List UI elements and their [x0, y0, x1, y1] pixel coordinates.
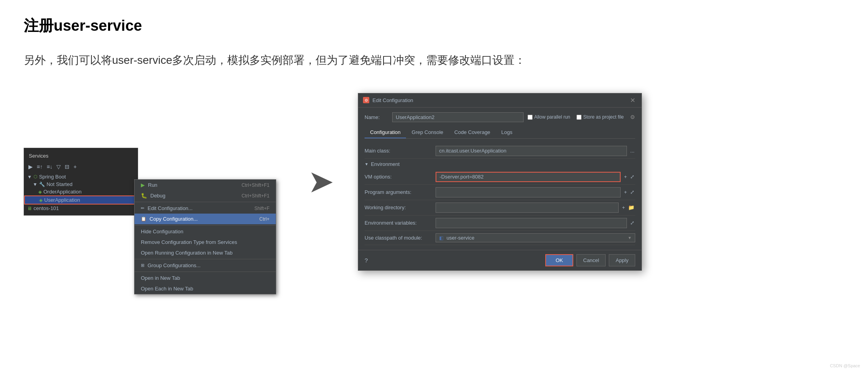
tree-item-springboot[interactable]: ▼ ⬡ Spring Boot [24, 173, 138, 180]
vm-options-add-btn[interactable]: + [623, 174, 628, 180]
menu-item-open-tab[interactable]: Open in New Tab [135, 273, 276, 283]
menu-item-remove[interactable]: Remove Configuration Type from Services [135, 237, 276, 247]
left-panel: Services ▶ ≡↑ ≡↓ ▽ ⊟ + ▼ ⬡ Spring Boot ▼ [24, 148, 284, 216]
environment-label: Environment [371, 161, 400, 167]
vm-options-label: VM options: [365, 174, 436, 180]
vm-options-value: -Dserver.port=8082 [436, 172, 621, 182]
cancel-button[interactable]: Cancel [576, 254, 606, 266]
services-toolbar: ▶ ≡↑ ≡↓ ▽ ⊟ + [24, 162, 138, 171]
edit-config-dialog: ⚙ Edit Configuration ✕ Name: Allow paral… [358, 93, 642, 271]
classpath-label: Use classpath of module: [365, 235, 436, 241]
centos-label: centos-101 [34, 205, 59, 211]
ok-button[interactable]: OK [545, 254, 573, 266]
open-tab-label: Open in New Tab [141, 275, 180, 281]
separator-2 [135, 225, 276, 225]
main-class-value: cn.itcast.user.UserApplication [436, 146, 627, 156]
hide-label: Hide Configuration [141, 229, 183, 234]
expand-icon-notstarted: ▼ [33, 182, 37, 187]
classpath-module-select[interactable]: ◧ user-service ▼ [436, 233, 635, 242]
separator-4 [135, 272, 276, 272]
menu-item-run[interactable]: ▶ Run Ctrl+Shift+F1 [135, 180, 276, 190]
arrow-icon: ➤ [308, 166, 334, 197]
page-description: 另外，我们可以将user-service多次启动，模拟多实例部署，但为了避免端口… [24, 52, 844, 69]
filter-toolbar-btn[interactable]: ▽ [55, 163, 62, 171]
context-menu: ▶ Run Ctrl+Shift+F1 🐛 Debug Ctrl+Shift+F… [134, 179, 276, 294]
dialog-title-text: Edit Configuration [372, 97, 413, 103]
env-vars-expand-btn[interactable]: ⤢ [629, 220, 635, 226]
sort2-toolbar-btn[interactable]: ≡↓ [45, 163, 54, 171]
remove-label: Remove Configuration Type from Services [141, 239, 237, 245]
settings-gear-icon[interactable]: ⚙ [630, 114, 635, 120]
menu-item-open-running[interactable]: Open Running Configuration in New Tab [135, 247, 276, 258]
collapse-toolbar-btn[interactable]: ⊟ [64, 163, 71, 171]
store-project-text: Store as project file [583, 114, 624, 120]
separator-3 [135, 259, 276, 259]
group-label: Group Configurations... [148, 262, 200, 268]
program-args-actions: + ⤢ [623, 189, 635, 195]
menu-item-edit[interactable]: ✏ Edit Configuration... Shift+F [135, 203, 276, 214]
tab-code-coverage[interactable]: Code Coverage [449, 127, 496, 138]
dialog-close-button[interactable]: ✕ [629, 97, 637, 104]
env-vars-row: Environment variables: ⤢ [365, 216, 635, 231]
store-project-checkbox[interactable] [576, 115, 582, 120]
separator-1 [135, 202, 276, 202]
menu-item-hide[interactable]: Hide Configuration [135, 226, 276, 237]
copy-menu-icon: 📋 [141, 216, 146, 221]
footer-buttons: OK Cancel Apply [545, 254, 635, 266]
expand-icon-springboot: ▼ [27, 174, 32, 180]
working-dir-row: Working directory: + 📁 [365, 200, 635, 216]
run-menu-icon: ▶ [141, 182, 145, 188]
sort-toolbar-btn[interactable]: ≡↑ [36, 163, 44, 171]
name-input[interactable] [392, 112, 524, 122]
page-title: 注册user-service [24, 16, 844, 36]
tree-item-centos[interactable]: 🖥 centos-101 [24, 205, 138, 212]
dialog-title-left: ⚙ Edit Configuration [363, 97, 413, 103]
menu-item-open-each[interactable]: Open Each in New Tab [135, 283, 276, 294]
tab-grep-console[interactable]: Grep Console [406, 127, 449, 138]
allow-parallel-text: Allow parallel run [534, 114, 570, 120]
store-project-label[interactable]: Store as project file [576, 114, 624, 120]
env-expand-icon: ▼ [365, 162, 369, 166]
services-panel: Services ▶ ≡↑ ≡↓ ▽ ⊟ + ▼ ⬡ Spring Boot ▼ [24, 148, 138, 216]
menu-item-debug[interactable]: 🐛 Debug Ctrl+Shift+F1 [135, 190, 276, 201]
menu-item-copy[interactable]: 📋 Copy Configuration... Ctrl+ [135, 214, 276, 224]
main-class-browse-btn[interactable]: ... [629, 148, 635, 154]
vm-options-expand-btn[interactable]: ⤢ [629, 174, 635, 180]
open-running-label: Open Running Configuration in New Tab [141, 250, 232, 256]
dialog-tabs: Configuration Grep Console Code Coverage… [365, 127, 635, 139]
tree-item-userapplication[interactable]: ◈ UserApplication [24, 195, 138, 205]
allow-parallel-label[interactable]: Allow parallel run [528, 114, 570, 120]
main-class-label: Main class: [365, 148, 436, 154]
services-header: Services [24, 151, 138, 162]
dialog-checkboxes: Allow parallel run Store as project file… [528, 114, 635, 120]
working-dir-folder-btn[interactable]: 📁 [627, 205, 635, 210]
working-dir-add-btn[interactable]: + [621, 205, 626, 210]
add-toolbar-btn[interactable]: + [72, 163, 78, 171]
vm-options-actions: + ⤢ [623, 174, 635, 180]
classpath-row: Use classpath of module: ◧ user-service … [365, 231, 635, 245]
allow-parallel-checkbox[interactable] [528, 115, 533, 120]
dialog-titlebar: ⚙ Edit Configuration ✕ [358, 93, 642, 108]
config-form: Main class: cn.itcast.user.UserApplicati… [365, 143, 635, 245]
name-row: Name: Allow parallel run Store as projec… [365, 112, 635, 122]
tree-item-orderapplication[interactable]: ◈ OrderApplication [24, 188, 138, 195]
environment-section[interactable]: ▼ Environment [365, 159, 635, 169]
main-class-row: Main class: cn.itcast.user.UserApplicati… [365, 143, 635, 159]
menu-item-group[interactable]: ⊞ Group Configurations... [135, 260, 276, 271]
debug-label: Debug [150, 193, 165, 199]
vm-options-row: VM options: -Dserver.port=8082 + ⤢ [365, 169, 635, 185]
help-button[interactable]: ? [365, 257, 368, 264]
dialog-footer: ? OK Cancel Apply [358, 250, 642, 270]
notstarted-label: Not Started [47, 181, 73, 187]
apply-button[interactable]: Apply [609, 254, 635, 266]
orderapplication-label: OrderApplication [43, 189, 82, 195]
run-toolbar-btn[interactable]: ▶ [27, 163, 34, 171]
tab-logs[interactable]: Logs [496, 127, 518, 138]
program-args-expand-btn[interactable]: ⤢ [629, 189, 635, 195]
env-vars-value [436, 218, 627, 228]
program-args-add-btn[interactable]: + [623, 189, 628, 195]
tab-configuration[interactable]: Configuration [365, 127, 406, 138]
services-tree: ▼ ⬡ Spring Boot ▼ 🔧 Not Started ◈ OrderA… [24, 173, 138, 212]
tree-item-notstarted[interactable]: ▼ 🔧 Not Started [24, 180, 138, 188]
name-field-label: Name: [365, 114, 388, 120]
